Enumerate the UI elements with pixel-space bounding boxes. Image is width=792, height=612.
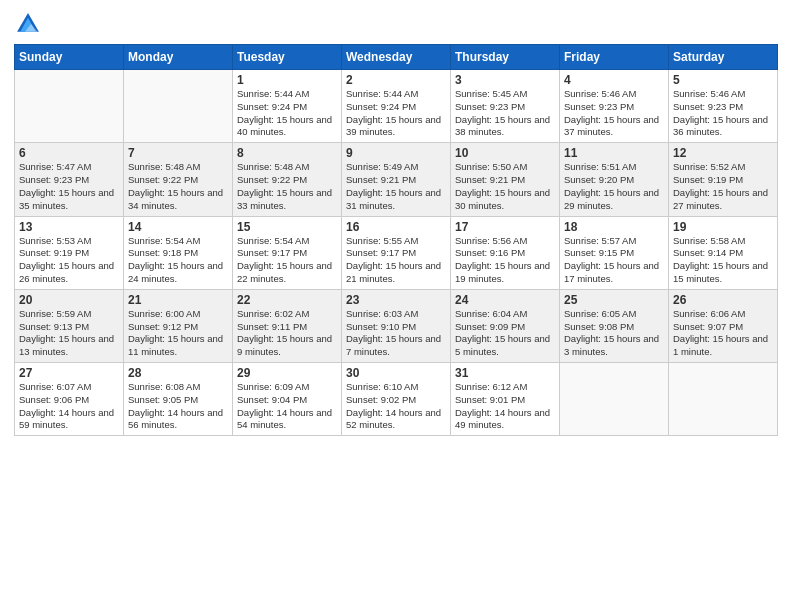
day-number: 25 [564,293,664,307]
week-row-2: 6Sunrise: 5:47 AM Sunset: 9:23 PM Daylig… [15,143,778,216]
day-number: 23 [346,293,446,307]
day-number: 10 [455,146,555,160]
day-info: Sunrise: 5:54 AM Sunset: 9:18 PM Dayligh… [128,235,228,286]
day-info: Sunrise: 5:57 AM Sunset: 9:15 PM Dayligh… [564,235,664,286]
day-number: 9 [346,146,446,160]
day-number: 18 [564,220,664,234]
day-info: Sunrise: 6:02 AM Sunset: 9:11 PM Dayligh… [237,308,337,359]
day-cell: 31Sunrise: 6:12 AM Sunset: 9:01 PM Dayli… [451,363,560,436]
day-cell: 25Sunrise: 6:05 AM Sunset: 9:08 PM Dayli… [560,289,669,362]
day-cell: 10Sunrise: 5:50 AM Sunset: 9:21 PM Dayli… [451,143,560,216]
day-info: Sunrise: 5:46 AM Sunset: 9:23 PM Dayligh… [564,88,664,139]
day-cell: 13Sunrise: 5:53 AM Sunset: 9:19 PM Dayli… [15,216,124,289]
day-cell: 30Sunrise: 6:10 AM Sunset: 9:02 PM Dayli… [342,363,451,436]
day-cell: 22Sunrise: 6:02 AM Sunset: 9:11 PM Dayli… [233,289,342,362]
day-info: Sunrise: 6:04 AM Sunset: 9:09 PM Dayligh… [455,308,555,359]
day-info: Sunrise: 6:08 AM Sunset: 9:05 PM Dayligh… [128,381,228,432]
day-cell: 21Sunrise: 6:00 AM Sunset: 9:12 PM Dayli… [124,289,233,362]
day-info: Sunrise: 6:06 AM Sunset: 9:07 PM Dayligh… [673,308,773,359]
weekday-header-wednesday: Wednesday [342,45,451,70]
day-number: 24 [455,293,555,307]
week-row-5: 27Sunrise: 6:07 AM Sunset: 9:06 PM Dayli… [15,363,778,436]
logo-icon [14,10,42,38]
day-number: 5 [673,73,773,87]
day-cell [124,70,233,143]
day-info: Sunrise: 6:03 AM Sunset: 9:10 PM Dayligh… [346,308,446,359]
weekday-header-thursday: Thursday [451,45,560,70]
day-info: Sunrise: 5:52 AM Sunset: 9:19 PM Dayligh… [673,161,773,212]
day-number: 11 [564,146,664,160]
day-number: 8 [237,146,337,160]
day-cell: 5Sunrise: 5:46 AM Sunset: 9:23 PM Daylig… [669,70,778,143]
day-cell: 11Sunrise: 5:51 AM Sunset: 9:20 PM Dayli… [560,143,669,216]
day-info: Sunrise: 5:45 AM Sunset: 9:23 PM Dayligh… [455,88,555,139]
week-row-1: 1Sunrise: 5:44 AM Sunset: 9:24 PM Daylig… [15,70,778,143]
day-number: 7 [128,146,228,160]
day-number: 17 [455,220,555,234]
day-info: Sunrise: 5:49 AM Sunset: 9:21 PM Dayligh… [346,161,446,212]
day-cell: 27Sunrise: 6:07 AM Sunset: 9:06 PM Dayli… [15,363,124,436]
day-cell: 9Sunrise: 5:49 AM Sunset: 9:21 PM Daylig… [342,143,451,216]
day-number: 31 [455,366,555,380]
day-info: Sunrise: 6:07 AM Sunset: 9:06 PM Dayligh… [19,381,119,432]
day-number: 14 [128,220,228,234]
day-cell: 23Sunrise: 6:03 AM Sunset: 9:10 PM Dayli… [342,289,451,362]
day-cell: 19Sunrise: 5:58 AM Sunset: 9:14 PM Dayli… [669,216,778,289]
day-info: Sunrise: 5:55 AM Sunset: 9:17 PM Dayligh… [346,235,446,286]
day-number: 2 [346,73,446,87]
day-number: 1 [237,73,337,87]
day-info: Sunrise: 5:47 AM Sunset: 9:23 PM Dayligh… [19,161,119,212]
weekday-header-saturday: Saturday [669,45,778,70]
day-cell: 17Sunrise: 5:56 AM Sunset: 9:16 PM Dayli… [451,216,560,289]
day-number: 6 [19,146,119,160]
day-number: 16 [346,220,446,234]
day-cell: 18Sunrise: 5:57 AM Sunset: 9:15 PM Dayli… [560,216,669,289]
weekday-header-tuesday: Tuesday [233,45,342,70]
weekday-header-monday: Monday [124,45,233,70]
day-info: Sunrise: 6:09 AM Sunset: 9:04 PM Dayligh… [237,381,337,432]
day-number: 13 [19,220,119,234]
day-info: Sunrise: 5:51 AM Sunset: 9:20 PM Dayligh… [564,161,664,212]
day-info: Sunrise: 5:58 AM Sunset: 9:14 PM Dayligh… [673,235,773,286]
week-row-3: 13Sunrise: 5:53 AM Sunset: 9:19 PM Dayli… [15,216,778,289]
day-info: Sunrise: 5:53 AM Sunset: 9:19 PM Dayligh… [19,235,119,286]
day-number: 28 [128,366,228,380]
calendar: SundayMondayTuesdayWednesdayThursdayFrid… [14,44,778,436]
day-cell: 28Sunrise: 6:08 AM Sunset: 9:05 PM Dayli… [124,363,233,436]
day-info: Sunrise: 5:56 AM Sunset: 9:16 PM Dayligh… [455,235,555,286]
day-number: 12 [673,146,773,160]
day-number: 30 [346,366,446,380]
day-cell [560,363,669,436]
day-cell: 1Sunrise: 5:44 AM Sunset: 9:24 PM Daylig… [233,70,342,143]
day-cell: 3Sunrise: 5:45 AM Sunset: 9:23 PM Daylig… [451,70,560,143]
day-number: 19 [673,220,773,234]
day-number: 21 [128,293,228,307]
day-cell: 6Sunrise: 5:47 AM Sunset: 9:23 PM Daylig… [15,143,124,216]
day-cell: 2Sunrise: 5:44 AM Sunset: 9:24 PM Daylig… [342,70,451,143]
day-info: Sunrise: 5:44 AM Sunset: 9:24 PM Dayligh… [346,88,446,139]
day-info: Sunrise: 5:54 AM Sunset: 9:17 PM Dayligh… [237,235,337,286]
day-info: Sunrise: 6:05 AM Sunset: 9:08 PM Dayligh… [564,308,664,359]
day-cell: 12Sunrise: 5:52 AM Sunset: 9:19 PM Dayli… [669,143,778,216]
day-info: Sunrise: 5:59 AM Sunset: 9:13 PM Dayligh… [19,308,119,359]
day-info: Sunrise: 5:46 AM Sunset: 9:23 PM Dayligh… [673,88,773,139]
day-cell: 29Sunrise: 6:09 AM Sunset: 9:04 PM Dayli… [233,363,342,436]
day-number: 29 [237,366,337,380]
day-cell: 26Sunrise: 6:06 AM Sunset: 9:07 PM Dayli… [669,289,778,362]
header [14,10,778,38]
day-cell [15,70,124,143]
day-number: 3 [455,73,555,87]
day-cell: 20Sunrise: 5:59 AM Sunset: 9:13 PM Dayli… [15,289,124,362]
day-cell: 8Sunrise: 5:48 AM Sunset: 9:22 PM Daylig… [233,143,342,216]
day-cell: 15Sunrise: 5:54 AM Sunset: 9:17 PM Dayli… [233,216,342,289]
page: SundayMondayTuesdayWednesdayThursdayFrid… [0,0,792,612]
weekday-header-friday: Friday [560,45,669,70]
day-cell: 16Sunrise: 5:55 AM Sunset: 9:17 PM Dayli… [342,216,451,289]
weekday-header-sunday: Sunday [15,45,124,70]
day-cell: 4Sunrise: 5:46 AM Sunset: 9:23 PM Daylig… [560,70,669,143]
day-info: Sunrise: 5:50 AM Sunset: 9:21 PM Dayligh… [455,161,555,212]
logo [14,10,44,38]
day-info: Sunrise: 5:48 AM Sunset: 9:22 PM Dayligh… [237,161,337,212]
day-info: Sunrise: 5:44 AM Sunset: 9:24 PM Dayligh… [237,88,337,139]
day-number: 20 [19,293,119,307]
